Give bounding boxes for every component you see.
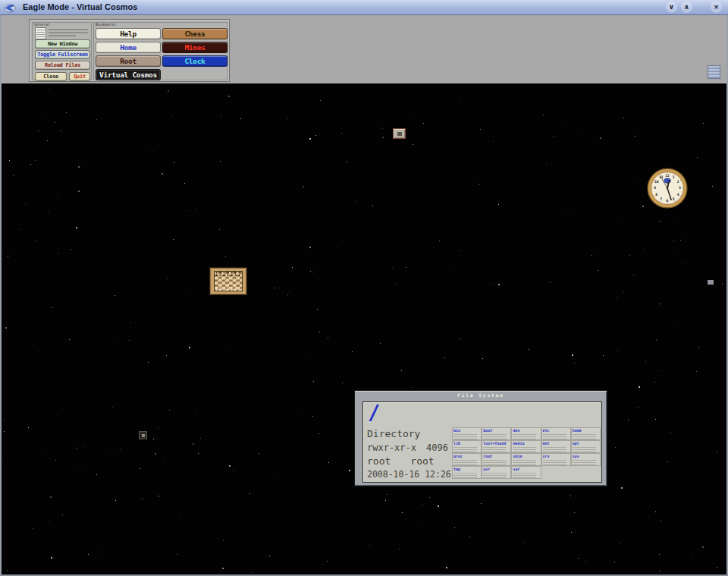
quit-button[interactable]: Quit — [69, 72, 90, 81]
file-entry-details — [543, 447, 566, 452]
star — [129, 340, 130, 341]
small-widget-thumbnail[interactable] — [393, 128, 406, 139]
file-entry[interactable]: usr — [482, 466, 511, 479]
star — [546, 164, 547, 165]
star — [166, 355, 167, 356]
clock-number: 3 — [679, 186, 681, 190]
clock-number: 11 — [659, 175, 664, 179]
star — [482, 358, 483, 359]
star — [399, 549, 400, 549]
bookmark-chess-button[interactable]: Chess — [162, 28, 228, 39]
star — [49, 89, 49, 90]
star — [47, 140, 48, 141]
star — [49, 212, 49, 213]
file-entry[interactable]: opt — [571, 440, 601, 453]
star — [349, 470, 350, 471]
minimize-button[interactable]: ∨ — [666, 2, 677, 13]
file-entry[interactable]: var — [511, 466, 541, 479]
file-entry[interactable]: srv — [541, 453, 571, 466]
title-bar[interactable]: Eagle Mode - Virtual Cosmos ∨ ∧ × — [0, 0, 728, 15]
file-entry[interactable]: boot — [482, 427, 511, 440]
star — [703, 123, 704, 124]
star — [574, 363, 575, 364]
star — [382, 137, 384, 138]
star — [642, 206, 644, 207]
star — [328, 462, 329, 463]
star — [234, 471, 234, 471]
close-window-button[interactable]: Close — [35, 72, 67, 81]
star — [480, 129, 481, 130]
app-icon — [4, 2, 16, 14]
file-entry[interactable]: home — [571, 427, 601, 440]
file-entry[interactable]: proc — [452, 453, 482, 466]
star — [469, 537, 470, 537]
bookmark-clock-button[interactable]: Clock — [162, 55, 228, 67]
cosmos-view[interactable]: 123456789101112 File System / Directory … — [0, 83, 728, 576]
toggle-fullscreen-button[interactable]: Toggle Fullscreen — [35, 50, 90, 59]
reload-files-button[interactable]: Reload Files — [35, 61, 90, 70]
file-system-panel[interactable]: File System / Directory rwxr-xr-x4096 ro… — [354, 390, 607, 486]
file-entry[interactable]: bin — [452, 427, 482, 440]
new-window-button[interactable]: New Window — [35, 39, 90, 49]
star — [49, 521, 49, 521]
clock-number: 9 — [654, 186, 656, 190]
file-entry[interactable]: lib — [452, 440, 482, 453]
star — [167, 279, 168, 279]
star — [35, 160, 36, 161]
bookmark-mines-button[interactable]: Mines — [162, 42, 228, 53]
star — [36, 241, 36, 241]
tiny-widget-thumbnail[interactable] — [139, 431, 147, 439]
file-entry[interactable]: sbin — [511, 453, 541, 466]
file-entry[interactable]: media — [511, 440, 541, 453]
clock-center — [667, 187, 668, 189]
file-entry-name: tmp — [453, 467, 480, 471]
file-entry-details — [513, 447, 536, 452]
panel-resize-handle[interactable] — [708, 65, 720, 79]
file-entry[interactable]: dev — [511, 427, 541, 440]
star — [309, 247, 311, 248]
star — [380, 343, 381, 344]
star — [372, 206, 373, 206]
star — [673, 241, 674, 241]
star — [177, 554, 177, 555]
star — [8, 256, 8, 257]
file-entry-details — [453, 460, 477, 465]
bookmark-virtual-cosmos-button[interactable]: Virtual Cosmos — [96, 69, 161, 80]
file-entry[interactable]: mnt — [541, 440, 571, 453]
bookmark-root-button[interactable]: Root — [96, 55, 161, 67]
star — [155, 453, 156, 455]
star — [169, 410, 170, 411]
star — [78, 190, 80, 192]
chess-board-thumbnail[interactable] — [209, 267, 247, 295]
star — [142, 499, 143, 499]
file-entry[interactable]: etc — [541, 427, 571, 440]
star — [402, 512, 403, 513]
close-button[interactable]: × — [711, 2, 722, 13]
star — [381, 122, 382, 123]
star — [158, 496, 159, 497]
clock-widget[interactable]: 123456789101112 — [647, 168, 688, 209]
file-entry[interactable]: tmp — [452, 466, 482, 479]
star — [111, 450, 111, 451]
file-entry-details — [453, 473, 477, 478]
star — [62, 515, 63, 515]
star — [76, 227, 77, 228]
star — [312, 272, 313, 272]
star — [115, 295, 115, 296]
star — [696, 371, 697, 372]
file-entry[interactable]: sys — [571, 453, 601, 466]
star — [301, 413, 302, 414]
file-entry[interactable]: lost+found — [482, 440, 511, 453]
maximize-button[interactable]: ∧ — [681, 2, 692, 13]
star — [9, 160, 10, 161]
bookmark-home-button[interactable]: Home — [96, 42, 161, 53]
star — [554, 136, 554, 137]
bookmark-help-button[interactable]: Help — [96, 28, 161, 39]
star — [320, 100, 321, 101]
star — [622, 221, 623, 222]
file-entry-name: sys — [573, 455, 599, 458]
file-entry-details — [483, 447, 507, 452]
star — [249, 493, 250, 494]
star — [660, 571, 661, 571]
file-entry[interactable]: root — [482, 453, 511, 466]
